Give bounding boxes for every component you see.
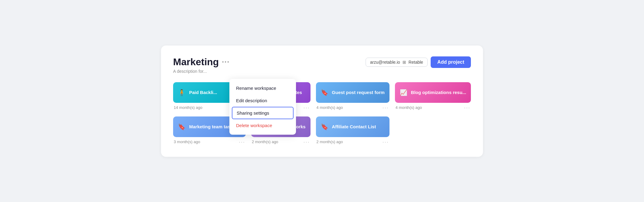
add-project-button[interactable]: Add project (431, 56, 471, 68)
projects-grid: 🧍 Paid Backli... 14 month(s) ago ··· 🏷 C… (173, 82, 471, 145)
project-wrapper-guest-post: 🔖 Guest post request form 4 month(s) ago… (316, 82, 389, 110)
user-workspace-label: Retable (409, 60, 423, 65)
project-card-blog-optimizations[interactable]: 📈 Blog optimizations resu... (395, 82, 471, 103)
project-wrapper-blog-optimizations: 📈 Blog optimizations resu... 4 month(s) … (395, 82, 471, 110)
context-menu: Rename workspace Edit description Sharin… (229, 79, 296, 135)
context-menu-edit-desc[interactable]: Edit description (229, 94, 296, 107)
workspace-name: Marketing (173, 56, 219, 68)
project-wrapper-affiliate-contact: 🔖 Affiliate Contact List 2 month(s) ago … (316, 116, 389, 145)
project-more-marketing-team[interactable]: ··· (239, 139, 245, 145)
card-meta-blog-optimizations: 4 month(s) ago ··· (395, 105, 471, 110)
user-badge[interactable]: arzu@retable.io ⊞ Retable (366, 58, 428, 67)
context-menu-sharing[interactable]: Sharing settings (232, 107, 294, 119)
card-meta-affiliate-contact: 2 month(s) ago ··· (316, 139, 389, 145)
project-time-marketing-team: 3 month(s) ago (174, 140, 200, 144)
workspace-title: Marketing ··· (173, 56, 230, 68)
page-header: Marketing ··· A description for... arzu@… (173, 56, 471, 74)
card-meta-guest-post: 4 month(s) ago ··· (316, 105, 389, 110)
project-time-blog-optimizations: 4 month(s) ago (396, 105, 422, 110)
project-title-guest-post: Guest post request form (332, 90, 385, 95)
bookmark-icon: 🔖 (321, 89, 328, 96)
context-menu-delete[interactable]: Delete workspace (229, 119, 296, 132)
project-more-affiliate-contact[interactable]: ··· (383, 139, 389, 145)
project-more-guest-post[interactable]: ··· (383, 105, 389, 110)
chart-icon: 📈 (400, 89, 407, 96)
main-container: Marketing ··· A description for... arzu@… (161, 45, 483, 157)
workspace-more-dots[interactable]: ··· (222, 58, 230, 66)
project-more-content-updates[interactable]: ··· (304, 105, 310, 110)
project-time-affiliate-networks: 2 month(s) ago (252, 140, 278, 144)
workspace-description: A description for... (173, 69, 230, 74)
project-card-affiliate-contact[interactable]: 🔖 Affiliate Contact List (316, 116, 389, 137)
person-icon: 🧍 (178, 89, 186, 96)
project-more-blog-optimizations[interactable]: ··· (464, 105, 470, 110)
context-menu-rename[interactable]: Rename workspace (229, 82, 296, 94)
project-card-guest-post[interactable]: 🔖 Guest post request form (316, 82, 389, 103)
user-email: arzu@retable.io (370, 60, 400, 65)
project-time-guest-post: 4 month(s) ago (317, 105, 343, 110)
project-time-affiliate-contact: 2 month(s) ago (317, 140, 343, 144)
bookmark-heart-icon: 🔖 (178, 123, 186, 130)
bookmark2-icon: 🔖 (321, 123, 328, 130)
table-icon: ⊞ (402, 60, 406, 65)
header-left: Marketing ··· A description for... (173, 56, 230, 74)
header-right: arzu@retable.io ⊞ Retable Add project (366, 56, 471, 68)
project-title-affiliate-contact: Affiliate Contact List (332, 124, 376, 129)
project-more-affiliate-networks[interactable]: ··· (304, 139, 310, 145)
project-title-blog-optimizations: Blog optimizations resu... (411, 90, 466, 95)
project-title-paid-backlinks: Paid Backli... (189, 90, 217, 95)
project-time-paid-backlinks: 14 month(s) ago (174, 105, 202, 110)
card-meta-marketing-team: 3 month(s) ago ··· (173, 139, 246, 145)
card-meta-affiliate-networks: 2 month(s) ago ··· (251, 139, 310, 145)
